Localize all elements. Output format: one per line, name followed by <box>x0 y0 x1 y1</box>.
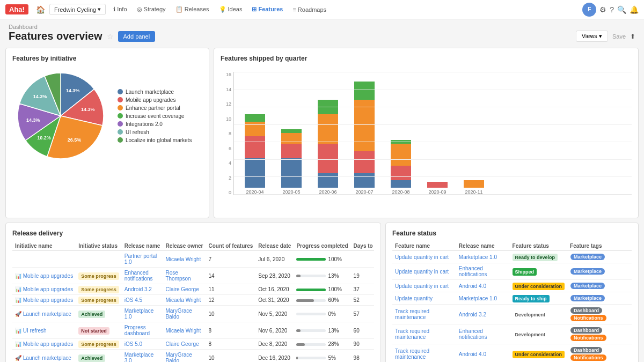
release-delivery-title: Release delivery <box>12 230 374 237</box>
settings-icon[interactable]: ⚙ <box>599 5 606 14</box>
bar-label-2020-05: 2020-05 <box>282 189 300 195</box>
initiative-name: Mobile app upgrades <box>23 297 73 303</box>
date-cell: Jul 6, 2020 <box>255 251 294 268</box>
initiative-icon: 📊 <box>15 273 23 279</box>
initiative-name: UI refresh <box>23 328 47 334</box>
release-name-fs-cell[interactable]: Android 4.0 <box>456 344 510 363</box>
home-icon[interactable]: 🏠 <box>33 3 48 16</box>
feature-name-cell[interactable]: Track required maintenance <box>392 324 456 344</box>
nav-item-features[interactable]: ⊞ Features <box>247 4 287 15</box>
bar-label-2020-08: 2020-08 <box>392 189 409 195</box>
owner-cell[interactable]: MaryGrace Baldo <box>163 306 206 322</box>
owner-cell[interactable]: MaryGrace Baldo <box>163 350 206 363</box>
workspace-dropdown[interactable]: Fredwin Cycling ▾ <box>49 4 106 15</box>
release-name-fs-cell[interactable]: Enhanced notifications <box>456 324 510 344</box>
owner-cell[interactable]: Claire George <box>163 339 206 350</box>
count-cell: 14 <box>206 268 255 284</box>
table-row: 🚀 Launch marketplaceAchievedMarketplace … <box>12 350 374 363</box>
feature-status-table: Feature name Release name Feature status… <box>392 241 632 362</box>
release-name-cell[interactable]: Android 3.2 <box>122 284 163 295</box>
nav-item-releases[interactable]: 📋 Releases <box>171 4 214 15</box>
nav-item-strategy[interactable]: ◎ Strategy <box>133 4 170 15</box>
owner-cell[interactable]: Micaela Wright <box>163 295 206 306</box>
date-cell: Dec 16, 2020 <box>255 350 294 363</box>
feature-tags-cell: DashboardNotifications <box>567 344 632 363</box>
y-tick-2: 2 <box>221 175 231 181</box>
save-button[interactable]: Save <box>612 33 626 40</box>
owner-cell[interactable]: Micaela Wright <box>163 322 206 339</box>
status-badge: Some progress <box>78 341 119 348</box>
count-cell: 11 <box>206 284 255 295</box>
add-panel-button[interactable]: Add panel <box>118 31 156 42</box>
nav-item-info[interactable]: ℹ Info <box>109 4 131 15</box>
release-name-fs-cell[interactable]: Marketplace 1.0 <box>456 292 510 305</box>
initiative-icon: 🚀 <box>15 311 23 317</box>
feature-name-cell[interactable]: Track required maintenance <box>392 305 456 324</box>
initiative-name: Mobile app upgrades <box>23 273 73 279</box>
feature-status-card: Feature status Feature name Release name… <box>385 223 639 362</box>
feature-name-cell[interactable]: Update quantity <box>392 292 456 305</box>
pie-legend: Launch marketplace Mobile app upgrades E… <box>118 89 192 143</box>
col-count: Count of features <box>206 241 255 251</box>
release-name-cell[interactable]: Progress dashboard <box>122 322 163 339</box>
y-tick-0: 0 <box>221 190 231 195</box>
aha-logo[interactable]: Aha! <box>5 4 28 14</box>
top-nav: Aha! 🏠 Fredwin Cycling ▾ ℹ Info ◎ Strate… <box>0 0 644 19</box>
release-name-fs-cell[interactable]: Enhanced notifications <box>456 263 510 280</box>
feature-status-cell: Ready to ship <box>510 292 568 305</box>
owner-cell[interactable]: Claire George <box>163 284 206 295</box>
initiative-name: Mobile app upgrades <box>23 341 73 347</box>
days-cell: 90 <box>351 339 374 350</box>
feature-status-cell: Shipped <box>510 263 568 280</box>
feature-tags-cell: Marketplace <box>567 251 632 263</box>
progress-cell: 0% <box>294 306 350 322</box>
favorite-star-icon[interactable]: ☆ <box>107 32 114 41</box>
help-icon[interactable]: ? <box>610 5 614 14</box>
col-initiative-status: Initiative status <box>76 241 122 251</box>
search-icon[interactable]: 🔍 <box>617 5 626 14</box>
release-name-cell[interactable]: iOS 5.0 <box>122 339 163 350</box>
y-tick-10: 10 <box>221 116 231 122</box>
nav-item-ideas[interactable]: 💡 Ideas <box>215 4 247 15</box>
col-owner: Release owner <box>163 241 206 251</box>
table-row: Update quantity in cartEnhanced notifica… <box>392 263 632 280</box>
feature-name-cell[interactable]: Update quantity in cart <box>392 280 456 292</box>
release-name-cell[interactable]: Marketplace 3.0 <box>122 350 163 363</box>
feature-status-cell: Under consideration <box>510 280 568 292</box>
y-tick-4: 4 <box>221 160 231 166</box>
progress-cell: 13% <box>294 322 350 339</box>
views-button[interactable]: Views ▾ <box>576 31 608 42</box>
release-name-cell[interactable]: Partner portal 1.0 <box>122 251 163 268</box>
feature-tags-cell: Marketplace <box>567 292 632 305</box>
bar-group-2020-08: 2020-08 <box>391 140 411 195</box>
release-name-cell[interactable]: iOS 4.5 <box>122 295 163 306</box>
progress-cell: 28% <box>294 339 350 350</box>
feature-name-cell[interactable]: Update quantity in cart <box>392 263 456 280</box>
release-name-fs-cell[interactable]: Android 4.0 <box>456 280 510 292</box>
release-name-fs-cell[interactable]: Android 3.2 <box>456 305 510 324</box>
initiative-name: Launch marketplace <box>23 355 71 361</box>
bar-group-2020-07: 2020-07 <box>354 82 375 195</box>
release-name-cell[interactable]: Enhanced notifications <box>122 268 163 284</box>
share-icon[interactable]: ⬆ <box>630 33 635 40</box>
release-name-cell[interactable]: Marketplace 1.0 <box>122 306 163 322</box>
date-cell: Oct 31, 2020 <box>255 295 294 306</box>
notification-icon[interactable]: 🔔 <box>630 5 639 14</box>
progress-cell: 5% <box>294 350 350 363</box>
breadcrumb: Dashboard <box>9 24 635 30</box>
date-cell: Oct 16, 2020 <box>255 284 294 295</box>
feature-status-cell: Ready to develop <box>510 251 568 263</box>
date-cell: Sep 28, 2020 <box>255 268 294 284</box>
release-name-fs-cell[interactable]: Marketplace 1.0 <box>456 251 510 263</box>
nav-item-roadmaps[interactable]: ≡ Roadmaps <box>288 4 331 15</box>
progress-cell: 13% <box>294 268 350 284</box>
feature-name-cell[interactable]: Update quantity in cart <box>392 251 456 263</box>
owner-cell[interactable]: Micaela Wright <box>163 251 206 268</box>
status-badge: Not started <box>78 327 109 335</box>
status-badge: Achieved <box>78 354 105 362</box>
feature-name-cell[interactable]: Track required maintenance <box>392 344 456 363</box>
bar-label-2020-06: 2020-06 <box>319 189 336 195</box>
user-avatar[interactable]: F <box>582 3 596 17</box>
owner-cell[interactable]: Rose Thompson <box>163 268 206 284</box>
table-row: 📊 Mobile app upgradesSome progressiOS 4.… <box>12 295 374 306</box>
